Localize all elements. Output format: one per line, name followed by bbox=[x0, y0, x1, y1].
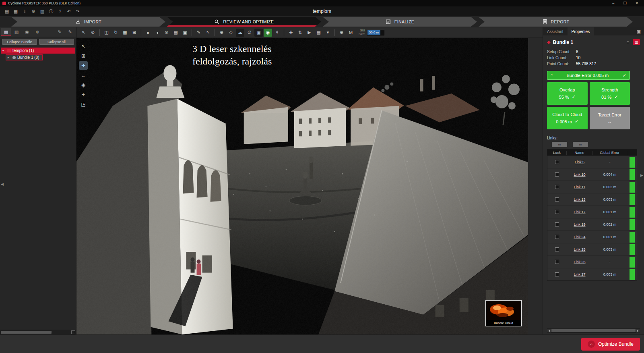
lock-checkbox[interactable] bbox=[555, 172, 559, 176]
create-link-icon[interactable]: ∞ bbox=[552, 142, 567, 147]
visual-alignment-icon[interactable]: ▶ bbox=[305, 29, 314, 37]
info-icon[interactable]: ⓘ bbox=[47, 8, 55, 15]
link-name-link[interactable]: Link 24 bbox=[567, 235, 592, 239]
tree-expand-caret-icon[interactable]: ▸ bbox=[8, 56, 11, 59]
workflow-step-finalize[interactable]: FINALIZE bbox=[323, 17, 477, 27]
main-menu-icon[interactable]: ▤ bbox=[3, 8, 10, 15]
max-unit-icon[interactable]: M bbox=[347, 29, 355, 37]
dome-toggle-icon[interactable]: ◑ bbox=[153, 29, 161, 37]
measure-tool-icon[interactable]: ✎ bbox=[194, 29, 203, 37]
tree-item-bundle[interactable]: ▸ Bundle 1 (8) bbox=[6, 54, 43, 60]
link-name-link[interactable]: Link 25 bbox=[567, 247, 592, 251]
import-data-icon[interactable]: ⇩ bbox=[21, 8, 28, 15]
link-name-link[interactable]: Link 27 bbox=[567, 272, 592, 276]
walk-mode-icon[interactable]: ↟ bbox=[273, 29, 281, 37]
link-row[interactable]: Link 130.003 m bbox=[547, 193, 637, 206]
tree-expand-caret-icon[interactable]: ▾ bbox=[2, 49, 6, 52]
swap-setups-icon[interactable]: ⇅ bbox=[296, 29, 304, 37]
select-cursor-icon[interactable]: ↖ bbox=[79, 42, 88, 50]
link-row[interactable]: Link 190.002 m bbox=[547, 218, 637, 230]
lock-checkbox[interactable] bbox=[555, 210, 559, 214]
project-explorer-tab-icon[interactable]: ▦ bbox=[1, 28, 11, 36]
tree-item-project[interactable]: ▾ templom (1) bbox=[1, 48, 75, 54]
left-panel-hscrollbar[interactable] bbox=[0, 330, 76, 334]
scrollbar-thumb[interactable] bbox=[1, 331, 52, 334]
link-name-link[interactable]: Link 17 bbox=[567, 210, 592, 214]
collapse-left-panel-icon[interactable]: ◀ bbox=[1, 182, 4, 186]
lock-checkbox[interactable] bbox=[555, 272, 559, 276]
column-header-name[interactable]: Name bbox=[567, 151, 592, 155]
seek-tool-icon[interactable]: ✚ bbox=[287, 29, 295, 37]
workflow-step-review-and-optimize[interactable]: REVIEW AND OPTIMIZE bbox=[167, 17, 321, 27]
optimize-bundle-button[interactable]: ∴ Optimize Bundle bbox=[581, 338, 640, 351]
lock-checkbox[interactable] bbox=[555, 260, 559, 264]
link-row[interactable]: Link 250.003 m bbox=[547, 243, 637, 255]
images-toggle-icon[interactable]: ▣ bbox=[181, 29, 189, 37]
collapse-all-button[interactable]: Collapse All bbox=[39, 39, 74, 45]
navigation-icon[interactable]: ✦ bbox=[79, 90, 88, 99]
view-cube-icon[interactable]: ◳ bbox=[79, 100, 88, 108]
link-row[interactable]: Link 240.001 m bbox=[547, 230, 637, 243]
help-icon[interactable]: ? bbox=[56, 8, 64, 15]
scrollbar-thumb[interactable] bbox=[551, 329, 636, 332]
cloud-to-cloud-tile[interactable]: Cloud-to-Cloud 0.005 m✓ bbox=[547, 107, 588, 129]
truslicer-toggle-icon[interactable]: ▤ bbox=[171, 29, 180, 37]
link-row[interactable]: Link 270.003 m bbox=[547, 268, 637, 280]
point-cloud-toggle-icon[interactable]: ● bbox=[144, 29, 152, 37]
link-name-link[interactable]: Link 11 bbox=[567, 185, 592, 189]
workflow-step-report[interactable]: REPORT bbox=[479, 17, 633, 27]
tab-assistant[interactable]: Assistant bbox=[543, 27, 568, 35]
maximize-button[interactable]: ❒ bbox=[623, 1, 626, 5]
close-button[interactable]: ✕ bbox=[635, 1, 638, 5]
location-pin-icon[interactable]: ◉ bbox=[264, 29, 272, 37]
link-name-link[interactable]: Link 19 bbox=[567, 222, 592, 226]
network-tab-icon[interactable]: ⊕ bbox=[33, 28, 42, 36]
fit-extents-icon[interactable]: ↔ bbox=[79, 71, 88, 79]
link-row[interactable]: Link 26- bbox=[547, 255, 637, 268]
auto-cloud-icon[interactable]: ⊕ bbox=[337, 29, 346, 37]
pan-tool-icon[interactable]: ✚ bbox=[79, 61, 88, 70]
view-options-icon[interactable]: ▤ bbox=[314, 29, 323, 37]
rotate-view-icon[interactable]: ↻ bbox=[111, 29, 120, 37]
point-cloud-canvas[interactable]: 3 D leser szkennelés feldolgozás, rajzol… bbox=[76, 38, 528, 334]
bundle-error-banner[interactable]: ^ Bundle Error 0.005 m ✓ bbox=[547, 71, 630, 80]
right-panel-hscrollbar[interactable] bbox=[547, 328, 640, 333]
bundle-cloud-thumbnail[interactable]: Bundle Cloud bbox=[485, 300, 522, 326]
strength-tile[interactable]: Strength 81 %✓ bbox=[590, 82, 630, 105]
pano-toggle-icon[interactable]: ⊙ bbox=[162, 29, 171, 37]
add-label-icon[interactable]: ◇ bbox=[227, 29, 235, 37]
workflow-step-import[interactable]: IMPORT bbox=[11, 17, 165, 27]
link-name-link[interactable]: Link 10 bbox=[567, 172, 592, 176]
redo-icon[interactable]: ↷ bbox=[74, 8, 81, 15]
attachments-tab-icon[interactable]: ▧ bbox=[12, 28, 21, 36]
link-name-link[interactable]: Link 5 bbox=[567, 160, 592, 164]
scroll-right-icon[interactable] bbox=[636, 329, 640, 332]
world-tab-icon[interactable]: ◉ bbox=[22, 28, 32, 36]
lock-checkbox[interactable] bbox=[555, 185, 559, 189]
collapse-right-panel-icon[interactable]: ▶ bbox=[640, 173, 643, 177]
target-error-tile[interactable]: Target Error -- bbox=[590, 107, 630, 129]
banner-caret-icon[interactable]: ^ bbox=[551, 73, 553, 78]
slice-tool-icon[interactable]: ∅ bbox=[245, 29, 254, 37]
tab-properties[interactable]: Properties bbox=[568, 27, 594, 35]
storage-icon[interactable]: ▥ bbox=[39, 8, 46, 15]
pick-point-icon[interactable]: ↖ bbox=[204, 29, 212, 37]
lock-checkbox[interactable] bbox=[555, 160, 559, 164]
lock-checkbox[interactable] bbox=[555, 235, 559, 239]
settings-gear-icon[interactable]: ⚙ bbox=[30, 8, 37, 15]
link-row[interactable]: Link 170.001 m bbox=[547, 206, 637, 218]
copy-view-icon[interactable]: ◫ bbox=[102, 29, 111, 37]
snapshot-icon[interactable]: ▣ bbox=[254, 29, 263, 37]
link-row[interactable]: Link 100.004 m bbox=[547, 168, 637, 181]
link-name-link[interactable]: Link 13 bbox=[567, 197, 592, 201]
annotate-tool-icon[interactable]: ✎ bbox=[65, 28, 75, 36]
open-project-icon[interactable]: ▦ bbox=[12, 8, 19, 15]
column-header-lock[interactable]: Lock bbox=[547, 151, 567, 155]
pop-out-panel-icon[interactable]: ▣ bbox=[637, 29, 641, 34]
scroll-left-icon[interactable] bbox=[547, 329, 551, 332]
column-header-global-error[interactable]: Global Error bbox=[592, 151, 627, 155]
draw-tool-icon[interactable]: ✎ bbox=[55, 28, 64, 36]
select-icon[interactable]: ↖ bbox=[79, 29, 88, 37]
lock-checkbox[interactable] bbox=[555, 197, 559, 201]
undo-icon[interactable]: ↶ bbox=[65, 8, 72, 15]
